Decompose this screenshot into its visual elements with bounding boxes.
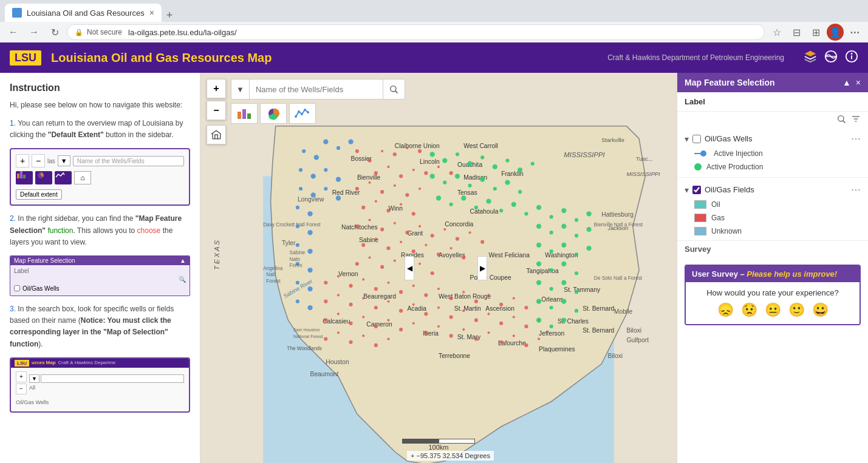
tab-close-button[interactable]: × xyxy=(149,8,154,18)
svg-point-135 xyxy=(499,303,503,306)
layers-icon[interactable] xyxy=(804,50,817,66)
svg-point-157 xyxy=(324,319,327,322)
map-container[interactable]: MISSISSIPPI MISSISSIPPI T E X A S Claibo… xyxy=(200,73,677,463)
panel-close-button[interactable]: × xyxy=(856,78,861,87)
svg-point-81 xyxy=(437,166,440,168)
svg-point-96 xyxy=(380,228,384,231)
notice-highlight: Notice: You must click the corresponding… xyxy=(10,316,171,348)
mini-pie-chart-btn[interactable] xyxy=(35,171,52,184)
forward-button[interactable]: → xyxy=(26,24,43,41)
survey-body: How would you rate your experience? 😞 😟 … xyxy=(686,282,859,324)
map-search-input[interactable] xyxy=(250,79,383,100)
svg-point-244 xyxy=(336,177,341,181)
mini-line-chart-btn[interactable] xyxy=(55,171,72,184)
mini-search-input[interactable]: Name of the Wells/Fields xyxy=(41,374,184,383)
map-search-button[interactable] xyxy=(383,79,405,100)
mini-bar-chart-btn[interactable] xyxy=(16,171,33,184)
svg-text:St. Bernard: St. Bernard xyxy=(583,305,614,312)
refresh-button[interactable]: ↻ xyxy=(46,24,63,41)
svg-point-235 xyxy=(561,318,566,323)
app-container: LSU Louisiana Oil and Gas Resources Map … xyxy=(0,42,868,463)
svg-point-228 xyxy=(575,290,578,294)
active-tab[interactable]: Louisiana Oil and Gas Resources × xyxy=(5,4,162,22)
collapse-right-button[interactable]: ▶ xyxy=(477,256,487,280)
svg-point-251 xyxy=(296,225,299,228)
collapse-left-button[interactable]: ◀ xyxy=(405,256,414,280)
mini-search-bar[interactable]: Name of the Wells/Fields xyxy=(73,156,184,166)
mini-zoom-in[interactable]: + xyxy=(16,154,29,167)
search-dropdown-button[interactable]: ▼ xyxy=(231,79,250,100)
step2-text: In the right sidebar, you can find the "… xyxy=(10,214,182,246)
svg-rect-272 xyxy=(238,112,241,119)
mini-zoom-in-2[interactable]: + xyxy=(16,371,27,382)
mini-zoom-out[interactable]: − xyxy=(32,154,45,167)
svg-point-222 xyxy=(550,268,553,272)
emoji-3[interactable]: 😐 xyxy=(765,302,781,318)
emoji-1[interactable]: 😞 xyxy=(717,302,734,318)
svg-text:De Soto Natl a Forest: De Soto Natl a Forest xyxy=(594,275,643,281)
zoom-out-button[interactable]: − xyxy=(207,101,226,120)
fields-layer-checkbox[interactable] xyxy=(692,186,701,194)
home-extent-button[interactable] xyxy=(207,125,226,144)
emoji-5[interactable]: 😀 xyxy=(812,302,829,318)
profile-button[interactable]: 👤 xyxy=(827,24,844,41)
svg-point-169 xyxy=(474,337,478,340)
svg-point-207 xyxy=(550,215,553,218)
svg-point-133 xyxy=(474,300,478,303)
svg-point-234 xyxy=(550,325,553,328)
wells-layer-toggle[interactable]: ▾ xyxy=(685,134,689,144)
survey-section: User Survey – Please help us improve! Ho… xyxy=(685,265,861,325)
new-tab-button[interactable]: + xyxy=(162,9,178,22)
right-panel-title: Map Feature Selection xyxy=(685,78,775,87)
svg-point-219 xyxy=(575,252,578,256)
svg-point-196 xyxy=(505,180,510,185)
svg-text:Plaquemines: Plaquemines xyxy=(539,346,575,353)
bookmark-button[interactable]: ⊟ xyxy=(788,24,805,41)
panel-collapse-button[interactable]: ▲ xyxy=(842,78,851,87)
fields-layer-menu-button[interactable]: ⋯ xyxy=(851,184,861,195)
back-button[interactable]: ← xyxy=(5,24,22,41)
info-icon[interactable] xyxy=(845,50,858,66)
mini-layer-row: Oil/Gas Wells xyxy=(14,285,186,292)
svg-point-159 xyxy=(349,322,352,325)
mini-home-btn[interactable]: ⌂ xyxy=(74,171,91,184)
line-chart-button[interactable] xyxy=(289,103,316,124)
star-button[interactable]: ☆ xyxy=(768,24,785,41)
bar-chart-button[interactable] xyxy=(231,103,258,124)
map-coordinates: + −95.375 32.534 Degrees xyxy=(407,451,494,461)
svg-point-199 xyxy=(449,203,453,206)
svg-point-239 xyxy=(302,149,306,153)
address-bar[interactable]: 🔒 Not secure la-oilgas.pete.lsu.edu/la-o… xyxy=(67,24,765,40)
wells-layer-checkbox[interactable] xyxy=(692,135,701,143)
pie-chart-button[interactable] xyxy=(260,103,287,124)
zoom-in-button[interactable]: + xyxy=(207,79,226,98)
svg-point-197 xyxy=(518,190,522,194)
mini-dropdown-2[interactable]: ▼ xyxy=(29,374,39,383)
emoji-4[interactable]: 🙂 xyxy=(788,302,805,318)
svg-text:Tensas: Tensas xyxy=(457,189,477,196)
mini-subtitle: Craft & Hawkins Departme xyxy=(58,360,116,367)
svg-text:Avoyelles: Avoyelles xyxy=(439,252,465,259)
mini-panel-collapse: ▲ xyxy=(180,257,186,264)
panel-search-filter-row xyxy=(677,112,868,128)
fields-layer-toggle[interactable]: ▾ xyxy=(685,185,689,195)
gas-field-item: Gas xyxy=(677,211,868,225)
more-button[interactable]: ⋯ xyxy=(846,24,863,41)
wells-layer-menu-button[interactable]: ⋯ xyxy=(851,133,861,144)
mini-feature-panel-label: Map Feature Selection xyxy=(14,257,75,264)
svg-text:Winn: Winn xyxy=(388,205,403,212)
extensions-button[interactable]: ⊞ xyxy=(807,24,824,41)
mini-label-text: las xyxy=(47,158,55,164)
svg-text:MISSISSIPPI: MISSISSIPPI xyxy=(564,151,605,158)
svg-point-124 xyxy=(362,279,364,281)
panel-search-icon[interactable] xyxy=(836,114,846,126)
panel-filter-icon[interactable] xyxy=(851,114,861,126)
emoji-2[interactable]: 😟 xyxy=(741,302,757,318)
share-icon[interactable] xyxy=(824,50,838,66)
mini-layer-checkbox[interactable] xyxy=(14,285,20,291)
default-extent-highlight: "Default Extent" xyxy=(48,130,104,139)
mini-zoom-out-2[interactable]: − xyxy=(16,384,27,394)
svg-text:Beaumont: Beaumont xyxy=(310,371,339,377)
mini-dropdown[interactable]: ▼ xyxy=(58,155,70,166)
mini-default-extent-btn[interactable]: Default extent xyxy=(16,189,62,200)
